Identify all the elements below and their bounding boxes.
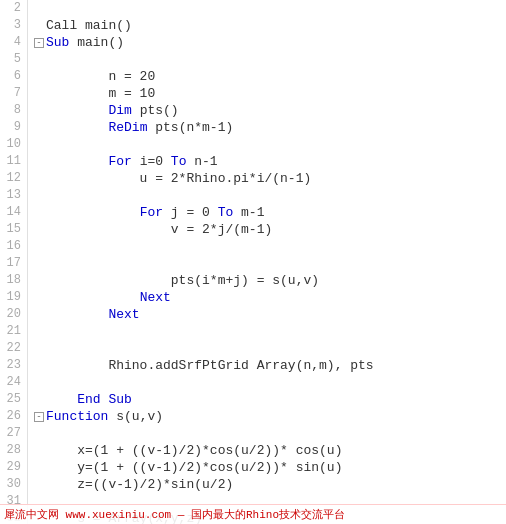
line-number: 11 — [4, 153, 21, 170]
code-token: u = 2*Rhino.pi*i/(n-1) — [46, 170, 311, 187]
code-token: ReDim — [108, 119, 147, 136]
fold-icon[interactable]: - — [34, 38, 44, 48]
fold-placeholder — [34, 136, 46, 153]
code-line: u = 2*Rhino.pi*i/(n-1) — [34, 170, 506, 187]
code-line: x=(1 + ((v-1)/2)*cos(u/2))* cos(u) — [34, 442, 506, 459]
code-line: z=((v-1)/2)*sin(u/2) — [34, 476, 506, 493]
code-token: Dim — [108, 102, 131, 119]
code-token — [46, 119, 108, 136]
line-number: 14 — [4, 204, 21, 221]
code-token: For — [108, 153, 131, 170]
line-number: 4 — [4, 34, 21, 51]
line-number: 27 — [4, 425, 21, 442]
fold-placeholder — [34, 221, 46, 238]
fold-placeholder — [34, 204, 46, 221]
code-line — [34, 323, 506, 340]
line-number: 26 — [4, 408, 21, 425]
line-number: 10 — [4, 136, 21, 153]
fold-placeholder — [34, 153, 46, 170]
line-numbers: 2345678910111213141516171819202122232425… — [0, 0, 28, 524]
code-line: ReDim pts(n*m-1) — [34, 119, 506, 136]
fold-placeholder — [34, 187, 46, 204]
code-token: Rhino.addSrfPtGrid Array(n,m), pts — [46, 357, 374, 374]
code-token: pts(i*m+j) = s(u,v) — [46, 272, 319, 289]
code-line: Call main() — [34, 17, 506, 34]
line-number: 25 — [4, 391, 21, 408]
fold-placeholder — [34, 0, 46, 17]
code-line: For j = 0 To m-1 — [34, 204, 506, 221]
code-token: Sub — [46, 34, 69, 51]
line-number: 17 — [4, 255, 21, 272]
fold-placeholder — [34, 459, 46, 476]
fold-placeholder — [34, 170, 46, 187]
line-number: 21 — [4, 323, 21, 340]
code-token: m-1 — [233, 204, 264, 221]
code-line — [34, 255, 506, 272]
fold-placeholder — [34, 425, 46, 442]
code-token: main() — [69, 34, 124, 51]
line-number: 7 — [4, 85, 21, 102]
code-line — [34, 374, 506, 391]
fold-placeholder — [34, 391, 46, 408]
fold-icon[interactable]: - — [34, 412, 44, 422]
line-number: 15 — [4, 221, 21, 238]
fold-placeholder — [34, 85, 46, 102]
code-token: y=(1 + ((v-1)/2)*cos(u/2))* sin(u) — [46, 459, 342, 476]
code-editor: 2345678910111213141516171819202122232425… — [0, 0, 506, 524]
code-token: Call main() — [46, 17, 132, 34]
code-token: Next — [108, 306, 139, 323]
code-line — [34, 340, 506, 357]
code-token: To — [171, 153, 187, 170]
line-number: 6 — [4, 68, 21, 85]
code-token: s(u,v) — [108, 408, 163, 425]
code-line: -Function s(u,v) — [34, 408, 506, 425]
code-line: Next — [34, 289, 506, 306]
fold-placeholder — [34, 51, 46, 68]
code-line: Rhino.addSrfPtGrid Array(n,m), pts — [34, 357, 506, 374]
line-number: 9 — [4, 119, 21, 136]
code-token: z=((v-1)/2)*sin(u/2) — [46, 476, 233, 493]
line-number: 13 — [4, 187, 21, 204]
line-number: 5 — [4, 51, 21, 68]
code-line: -Sub main() — [34, 34, 506, 51]
fold-placeholder — [34, 323, 46, 340]
line-number: 30 — [4, 476, 21, 493]
fold-placeholder — [34, 255, 46, 272]
code-line: y=(1 + ((v-1)/2)*cos(u/2))* sin(u) — [34, 459, 506, 476]
code-token — [46, 391, 77, 408]
fold-placeholder — [34, 442, 46, 459]
code-line — [34, 187, 506, 204]
code-token — [46, 204, 140, 221]
fold-placeholder — [34, 68, 46, 85]
line-number: 2 — [4, 0, 21, 17]
code-token: Next — [140, 289, 171, 306]
fold-placeholder — [34, 476, 46, 493]
line-number: 28 — [4, 442, 21, 459]
fold-placeholder — [34, 289, 46, 306]
code-line: Next — [34, 306, 506, 323]
code-line: v = 2*j/(m-1) — [34, 221, 506, 238]
code-token: i=0 — [132, 153, 171, 170]
code-line: m = 10 — [34, 85, 506, 102]
fold-placeholder — [34, 357, 46, 374]
line-number: 8 — [4, 102, 21, 119]
code-line: pts(i*m+j) = s(u,v) — [34, 272, 506, 289]
code-token: Function — [46, 408, 108, 425]
code-token: m = 10 — [46, 85, 155, 102]
watermark: 犀流中文网 www.xuexiniu.com — 国内最大的Rhino技术交流平… — [0, 504, 506, 524]
code-line — [34, 136, 506, 153]
fold-placeholder — [34, 374, 46, 391]
line-number: 22 — [4, 340, 21, 357]
code-token: pts() — [132, 102, 179, 119]
code-line — [34, 0, 506, 17]
code-token — [46, 306, 108, 323]
code-area: 2345678910111213141516171819202122232425… — [0, 0, 506, 524]
line-number: 3 — [4, 17, 21, 34]
code-token: n-1 — [186, 153, 217, 170]
line-number: 12 — [4, 170, 21, 187]
fold-placeholder — [34, 102, 46, 119]
fold-placeholder — [34, 17, 46, 34]
code-token — [46, 153, 108, 170]
code-line: End Sub — [34, 391, 506, 408]
line-number: 16 — [4, 238, 21, 255]
